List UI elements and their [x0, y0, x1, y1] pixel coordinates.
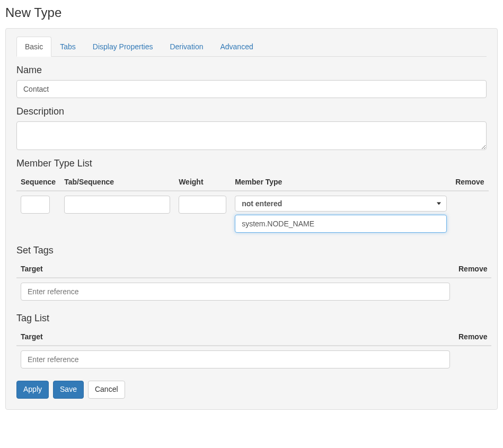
- set-tags-table: Target Remove: [16, 260, 491, 305]
- save-button[interactable]: Save: [53, 381, 84, 399]
- set-tags-target-input[interactable]: [21, 283, 450, 301]
- weight-input[interactable]: [179, 196, 226, 214]
- description-input[interactable]: [16, 121, 487, 150]
- tag-list-heading: Tag List: [16, 313, 487, 324]
- tab-advanced[interactable]: Advanced: [211, 37, 261, 57]
- table-row: [16, 346, 491, 373]
- col-tab-sequence: Tab/Sequence: [60, 173, 174, 191]
- name-label: Name: [16, 65, 487, 76]
- button-row: Apply Save Cancel: [16, 381, 487, 399]
- set-tags-heading: Set Tags: [16, 245, 487, 256]
- member-type-select[interactable]: not entered: [235, 196, 447, 212]
- tab-display-properties[interactable]: Display Properties: [84, 37, 162, 57]
- member-type-filter-input[interactable]: [235, 215, 447, 233]
- tag-list-target-input[interactable]: [21, 350, 450, 368]
- description-label: Description: [16, 106, 487, 117]
- form-panel: Basic Tabs Display Properties Derivation…: [5, 28, 498, 410]
- member-type-table: Sequence Tab/Sequence Weight Member Type…: [16, 173, 489, 237]
- tab-basic[interactable]: Basic: [16, 37, 51, 57]
- tab-tabs[interactable]: Tabs: [51, 37, 84, 57]
- col-sequence: Sequence: [16, 173, 60, 191]
- col-target: Target: [16, 260, 454, 278]
- member-type-selected: not entered: [242, 199, 282, 208]
- chevron-down-icon: [437, 203, 441, 205]
- sequence-input[interactable]: [21, 196, 50, 214]
- name-input[interactable]: [16, 80, 487, 98]
- table-row: [16, 278, 491, 305]
- col-target: Target: [16, 328, 454, 346]
- col-weight: Weight: [174, 173, 231, 191]
- tag-list-table: Target Remove: [16, 328, 491, 373]
- page-title: New Type: [5, 5, 498, 20]
- tab-nav: Basic Tabs Display Properties Derivation…: [16, 37, 487, 57]
- member-type-list-heading: Member Type List: [16, 158, 487, 169]
- cancel-button[interactable]: Cancel: [88, 381, 125, 399]
- tab-derivation[interactable]: Derivation: [161, 37, 211, 57]
- col-remove: Remove: [454, 328, 491, 346]
- apply-button[interactable]: Apply: [16, 381, 49, 399]
- col-remove: Remove: [454, 260, 491, 278]
- col-remove: Remove: [451, 173, 488, 191]
- tab-sequence-input[interactable]: [64, 196, 170, 214]
- col-member-type: Member Type: [231, 173, 451, 191]
- table-row: not entered: [16, 191, 489, 237]
